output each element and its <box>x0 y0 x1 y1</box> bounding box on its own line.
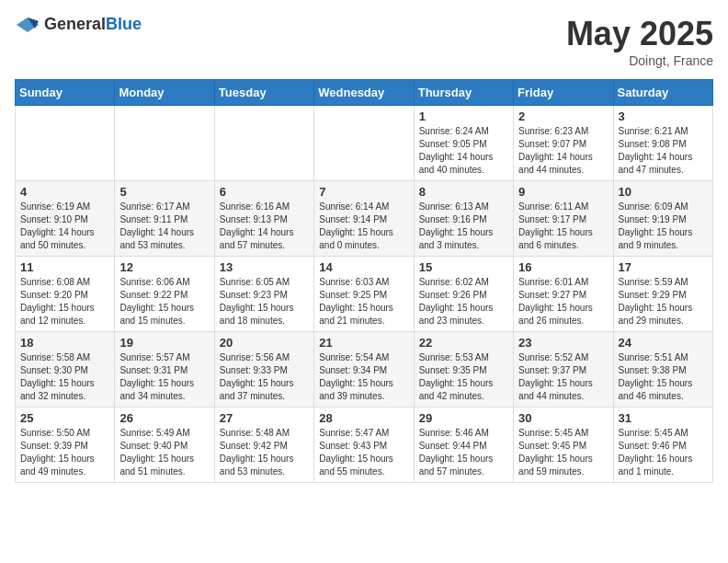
calendar-week-row: 4Sunrise: 6:19 AM Sunset: 9:10 PM Daylig… <box>16 181 713 257</box>
day-info: Sunrise: 5:46 AM Sunset: 9:44 PM Dayligh… <box>419 427 508 478</box>
day-info: Sunrise: 6:19 AM Sunset: 9:10 PM Dayligh… <box>20 201 109 252</box>
calendar-cell: 15Sunrise: 6:02 AM Sunset: 9:26 PM Dayli… <box>414 257 513 332</box>
day-of-week-header: Monday <box>115 80 214 106</box>
day-info: Sunrise: 6:16 AM Sunset: 9:13 PM Dayligh… <box>220 201 309 252</box>
day-number: 15 <box>419 260 508 274</box>
day-info: Sunrise: 6:03 AM Sunset: 9:25 PM Dayligh… <box>319 276 408 327</box>
day-info: Sunrise: 5:45 AM Sunset: 9:45 PM Dayligh… <box>518 427 608 478</box>
calendar-cell: 11Sunrise: 6:08 AM Sunset: 9:20 PM Dayli… <box>16 257 115 332</box>
calendar-header-row: SundayMondayTuesdayWednesdayThursdayFrid… <box>16 80 713 106</box>
day-number: 19 <box>119 336 209 350</box>
day-number: 11 <box>20 260 109 274</box>
day-info: Sunrise: 6:21 AM Sunset: 9:08 PM Dayligh… <box>619 125 708 177</box>
day-info: Sunrise: 6:01 AM Sunset: 9:27 PM Dayligh… <box>518 276 608 327</box>
calendar-cell: 26Sunrise: 5:49 AM Sunset: 9:40 PM Dayli… <box>115 408 214 483</box>
day-info: Sunrise: 6:13 AM Sunset: 9:16 PM Dayligh… <box>419 201 508 252</box>
day-number: 18 <box>20 336 109 350</box>
day-number: 12 <box>119 260 209 274</box>
calendar-cell <box>214 106 313 181</box>
day-number: 28 <box>319 411 408 425</box>
month-year: May 2025 <box>566 15 713 53</box>
logo-icon <box>15 16 40 34</box>
logo: GeneralBlue <box>15 15 142 34</box>
day-info: Sunrise: 5:52 AM Sunset: 9:37 PM Dayligh… <box>518 351 608 403</box>
day-info: Sunrise: 5:53 AM Sunset: 9:35 PM Dayligh… <box>419 351 508 403</box>
calendar-cell: 14Sunrise: 6:03 AM Sunset: 9:25 PM Dayli… <box>314 257 414 332</box>
day-info: Sunrise: 6:23 AM Sunset: 9:07 PM Dayligh… <box>518 125 608 177</box>
day-number: 25 <box>20 411 109 425</box>
calendar-cell: 27Sunrise: 5:48 AM Sunset: 9:42 PM Dayli… <box>214 408 313 483</box>
day-info: Sunrise: 6:17 AM Sunset: 9:11 PM Dayligh… <box>119 201 209 252</box>
calendar-cell: 17Sunrise: 5:59 AM Sunset: 9:29 PM Dayli… <box>613 257 712 332</box>
day-info: Sunrise: 5:50 AM Sunset: 9:39 PM Dayligh… <box>20 427 109 478</box>
day-number: 22 <box>419 336 508 350</box>
logo-blue: Blue <box>106 15 142 33</box>
day-info: Sunrise: 5:49 AM Sunset: 9:40 PM Dayligh… <box>119 427 209 478</box>
day-info: Sunrise: 5:47 AM Sunset: 9:43 PM Dayligh… <box>319 427 408 478</box>
day-number: 23 <box>518 336 608 350</box>
day-number: 20 <box>220 336 309 350</box>
logo-general: General <box>44 15 106 33</box>
day-number: 7 <box>319 185 408 199</box>
day-number: 27 <box>220 411 309 425</box>
calendar-cell: 25Sunrise: 5:50 AM Sunset: 9:39 PM Dayli… <box>16 408 115 483</box>
day-of-week-header: Saturday <box>613 80 712 106</box>
day-number: 8 <box>419 185 508 199</box>
day-info: Sunrise: 5:54 AM Sunset: 9:34 PM Dayligh… <box>319 351 408 403</box>
calendar-cell: 7Sunrise: 6:14 AM Sunset: 9:14 PM Daylig… <box>314 181 414 257</box>
calendar-week-row: 18Sunrise: 5:58 AM Sunset: 9:30 PM Dayli… <box>16 332 713 408</box>
calendar-cell: 22Sunrise: 5:53 AM Sunset: 9:35 PM Dayli… <box>414 332 513 408</box>
day-number: 13 <box>220 260 309 274</box>
day-of-week-header: Tuesday <box>214 80 313 106</box>
calendar-cell: 9Sunrise: 6:11 AM Sunset: 9:17 PM Daylig… <box>514 181 613 257</box>
day-info: Sunrise: 5:56 AM Sunset: 9:33 PM Dayligh… <box>220 351 309 403</box>
day-info: Sunrise: 5:48 AM Sunset: 9:42 PM Dayligh… <box>220 427 309 478</box>
calendar-cell: 31Sunrise: 5:45 AM Sunset: 9:46 PM Dayli… <box>613 408 712 483</box>
day-number: 21 <box>319 336 408 350</box>
calendar-cell: 3Sunrise: 6:21 AM Sunset: 9:08 PM Daylig… <box>613 106 712 181</box>
day-info: Sunrise: 6:11 AM Sunset: 9:17 PM Dayligh… <box>518 201 608 252</box>
calendar-cell: 1Sunrise: 6:24 AM Sunset: 9:05 PM Daylig… <box>414 106 513 181</box>
day-number: 30 <box>518 411 608 425</box>
day-number: 9 <box>518 185 608 199</box>
calendar-cell: 21Sunrise: 5:54 AM Sunset: 9:34 PM Dayli… <box>314 332 414 408</box>
calendar-cell: 30Sunrise: 5:45 AM Sunset: 9:45 PM Dayli… <box>514 408 613 483</box>
calendar-cell: 8Sunrise: 6:13 AM Sunset: 9:16 PM Daylig… <box>414 181 513 257</box>
day-number: 16 <box>518 260 608 274</box>
day-number: 1 <box>419 109 508 123</box>
title-section: May 2025 Doingt, France <box>566 15 713 68</box>
calendar-cell: 16Sunrise: 6:01 AM Sunset: 9:27 PM Dayli… <box>514 257 613 332</box>
calendar: SundayMondayTuesdayWednesdayThursdayFrid… <box>15 79 713 483</box>
logo-text: GeneralBlue <box>44 15 142 34</box>
day-info: Sunrise: 6:24 AM Sunset: 9:05 PM Dayligh… <box>419 125 508 177</box>
page-header: GeneralBlue May 2025 Doingt, France <box>15 15 713 68</box>
day-info: Sunrise: 6:08 AM Sunset: 9:20 PM Dayligh… <box>20 276 109 327</box>
day-number: 26 <box>119 411 209 425</box>
day-info: Sunrise: 5:59 AM Sunset: 9:29 PM Dayligh… <box>619 276 708 327</box>
calendar-cell: 4Sunrise: 6:19 AM Sunset: 9:10 PM Daylig… <box>16 181 115 257</box>
day-of-week-header: Thursday <box>414 80 513 106</box>
day-info: Sunrise: 5:45 AM Sunset: 9:46 PM Dayligh… <box>619 427 708 478</box>
day-of-week-header: Sunday <box>16 80 115 106</box>
calendar-cell: 12Sunrise: 6:06 AM Sunset: 9:22 PM Dayli… <box>115 257 214 332</box>
day-number: 14 <box>319 260 408 274</box>
calendar-week-row: 11Sunrise: 6:08 AM Sunset: 9:20 PM Dayli… <box>16 257 713 332</box>
day-number: 4 <box>20 185 109 199</box>
day-info: Sunrise: 6:06 AM Sunset: 9:22 PM Dayligh… <box>119 276 209 327</box>
day-info: Sunrise: 5:58 AM Sunset: 9:30 PM Dayligh… <box>20 351 109 403</box>
day-number: 31 <box>619 411 708 425</box>
day-number: 10 <box>619 185 708 199</box>
day-number: 6 <box>220 185 309 199</box>
calendar-cell: 28Sunrise: 5:47 AM Sunset: 9:43 PM Dayli… <box>314 408 414 483</box>
day-of-week-header: Wednesday <box>314 80 414 106</box>
day-info: Sunrise: 5:57 AM Sunset: 9:31 PM Dayligh… <box>119 351 209 403</box>
calendar-cell: 2Sunrise: 6:23 AM Sunset: 9:07 PM Daylig… <box>514 106 613 181</box>
day-number: 24 <box>619 336 708 350</box>
calendar-cell: 5Sunrise: 6:17 AM Sunset: 9:11 PM Daylig… <box>115 181 214 257</box>
calendar-cell: 10Sunrise: 6:09 AM Sunset: 9:19 PM Dayli… <box>613 181 712 257</box>
calendar-cell <box>115 106 214 181</box>
day-number: 3 <box>619 109 708 123</box>
calendar-cell <box>314 106 414 181</box>
day-info: Sunrise: 6:02 AM Sunset: 9:26 PM Dayligh… <box>419 276 508 327</box>
day-number: 17 <box>619 260 708 274</box>
